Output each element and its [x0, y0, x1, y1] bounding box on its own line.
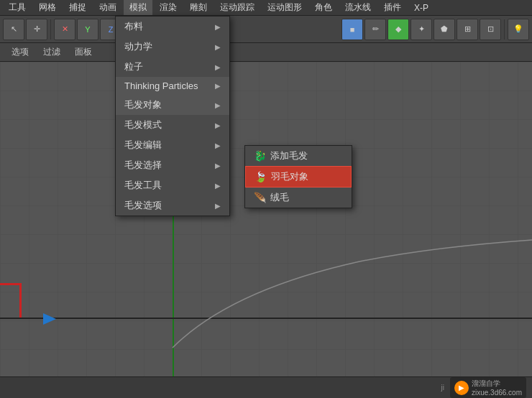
status-bottom-text: ji [441, 384, 444, 392]
hair-edit-arrow: ▶ [215, 142, 221, 149]
hair-object-arrow: ▶ [215, 101, 221, 109]
brand-name: 溜溜自学 [472, 379, 522, 389]
blue-arrow [43, 313, 56, 325]
menu-render[interactable]: 渲染 [154, 0, 183, 15]
menu-particles[interactable]: 粒子 ▶ [116, 57, 229, 77]
status-bar: ji ▶ 溜溜自学 zixue.3d66.com [0, 376, 532, 398]
submenu-add-hair[interactable]: 🐉 添加毛发 [245, 146, 352, 166]
menu-hair-select[interactable]: 毛发选择 ▶ [116, 155, 229, 175]
menu-tools[interactable]: 工具 [3, 0, 32, 15]
main-toolbar: ↖ ✛ ✕ Y Z ⚙ ■ ✏ ◆ ✦ ⬟ ⊞ ⊡ 💡 [0, 16, 532, 43]
brand-sub: zixue.3d66.com [472, 389, 522, 397]
simulate-dropdown[interactable]: 布料 ▶ 动力学 ▶ 粒子 ▶ Thinking Particles ▶ 毛发对… [115, 16, 230, 216]
menu-plugins[interactable]: 插件 [378, 0, 407, 15]
toolbar-sep-3 [504, 19, 505, 40]
toolbar-sep-1 [50, 19, 51, 40]
brand-badge: ▶ 溜溜自学 zixue.3d66.com [450, 377, 526, 398]
submenu-fluff[interactable]: 🪶 绒毛 [245, 188, 352, 208]
hair-select-arrow: ▶ [215, 162, 221, 170]
viewport[interactable] [0, 62, 532, 376]
toolbar-btn-3d[interactable]: ◆ [387, 19, 409, 40]
hair-tools-arrow: ▶ [215, 182, 221, 190]
menu-thinking-particles[interactable]: Thinking Particles ▶ [116, 77, 229, 95]
menu-xp[interactable]: X-P [408, 1, 434, 14]
toolbar-btn-move[interactable]: ✛ [26, 19, 47, 40]
menu-snap[interactable]: 捕捉 [63, 0, 92, 15]
menu-animation[interactable]: 动画 [93, 0, 122, 15]
toolbar-btn-x[interactable]: ✕ [54, 19, 75, 40]
options-btn-panel[interactable]: 面板 [69, 45, 98, 60]
toolbar-btn-light[interactable]: 💡 [508, 19, 529, 40]
menu-pipeline[interactable]: 流水线 [339, 0, 377, 15]
menu-dynamics[interactable]: 动力学 ▶ [116, 37, 229, 57]
feather-icon: 🪶 [254, 192, 266, 203]
toolbar-btn-cube[interactable]: ■ [341, 19, 363, 40]
options-btn-options[interactable]: 选项 [6, 45, 35, 60]
leaf-icon: 🍃 [254, 171, 267, 182]
menu-hair-options[interactable]: 毛发选项 ▶ [116, 195, 229, 216]
options-bar: 选项 过滤 面板 [0, 43, 532, 62]
particles-arrow: ▶ [215, 63, 221, 71]
menu-bar: 工具 网格 捕捉 动画 模拟 渲染 雕刻 运动跟踪 运动图形 角色 流水线 插件… [0, 0, 532, 16]
menu-hair-edit[interactable]: 毛发编辑 ▶ [116, 135, 229, 155]
menu-hair-object[interactable]: 毛发对象 ▶ [116, 95, 229, 115]
toolbar-btn-shape2[interactable]: ⊞ [457, 19, 478, 40]
menu-cloth[interactable]: 布料 ▶ [116, 17, 229, 37]
red-corner-shape [0, 283, 22, 319]
toolbar-btn-shape1[interactable]: ⬟ [434, 19, 455, 40]
menu-hair-tools[interactable]: 毛发工具 ▶ [116, 175, 229, 195]
submenu-feather-object[interactable]: 🍃 羽毛对象 [245, 166, 352, 188]
tp-arrow: ▶ [215, 82, 221, 90]
dynamics-arrow: ▶ [215, 43, 221, 51]
menu-character[interactable]: 角色 [309, 0, 338, 15]
toolbar-btn-cursor[interactable]: ↖ [3, 19, 24, 40]
hair-object-submenu[interactable]: 🐉 添加毛发 🍃 羽毛对象 🪶 绒毛 [244, 145, 352, 208]
hair-options-arrow: ▶ [215, 202, 221, 210]
toolbar-btn-star[interactable]: ✦ [411, 19, 432, 40]
toolbar-btn-shape3[interactable]: ⊡ [480, 19, 501, 40]
dragon-icon: 🐉 [254, 150, 266, 162]
menu-sculpt[interactable]: 雕刻 [184, 0, 213, 15]
hair-mode-arrow: ▶ [215, 121, 221, 129]
menu-motion-track[interactable]: 运动跟踪 [214, 0, 260, 15]
menu-mograph[interactable]: 运动图形 [262, 0, 308, 15]
brand-icon: ▶ [454, 381, 469, 395]
cloth-arrow: ▶ [215, 23, 221, 31]
menu-mesh[interactable]: 网格 [33, 0, 62, 15]
menu-simulate[interactable]: 模拟 [124, 0, 152, 15]
menu-hair-mode[interactable]: 毛发模式 ▶ [116, 115, 229, 135]
options-btn-filter[interactable]: 过滤 [37, 45, 66, 60]
toolbar-btn-y[interactable]: Y [77, 19, 98, 40]
toolbar-btn-pen[interactable]: ✏ [364, 19, 386, 40]
curve-svg [144, 233, 532, 376]
